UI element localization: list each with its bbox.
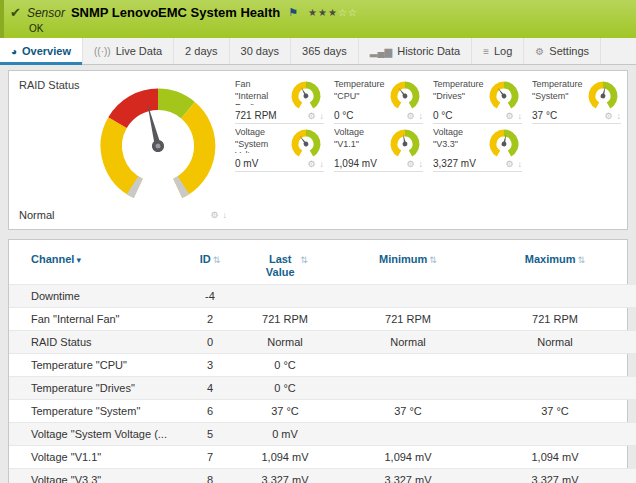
last-value-cell: 0 °C: [237, 354, 333, 377]
channel-gauge-tile[interactable]: Fan "Internal Fan" 721 RPM ⚙ ↓: [235, 79, 324, 127]
channel-gauge-value: 0 mV: [235, 158, 258, 169]
status-check-icon: ✔: [10, 5, 21, 20]
tab-settings[interactable]: ⚙ Settings: [524, 38, 601, 64]
historic-icon: ▂▄▆: [370, 46, 392, 57]
last-value-column-header[interactable]: Last Value⇅: [237, 248, 333, 285]
minimum-cell: [333, 377, 483, 400]
gear-mini-icon[interactable]: ⚙: [505, 111, 513, 121]
minimum-cell: 3,327 mV: [333, 469, 483, 483]
table-row[interactable]: Downtime -4 ⚙: [9, 285, 636, 308]
channel-id-cell: 7: [183, 446, 237, 469]
tab-live-data[interactable]: ((·)) Live Data: [83, 38, 174, 64]
table-row[interactable]: Voltage "V3.3" 8 3,327 mV 3,327 mV 3,327…: [9, 469, 636, 483]
arrow-down-mini-icon[interactable]: ↓: [320, 111, 325, 121]
gear-mini-icon[interactable]: ⚙: [307, 159, 315, 169]
channel-id-cell: 8: [183, 469, 237, 483]
tab-365-days[interactable]: 365 days: [291, 38, 359, 64]
channel-gauge: [288, 79, 324, 113]
channel-id-cell: 6: [183, 400, 237, 423]
sort-icon: ⇅: [429, 255, 437, 265]
channel-id-cell: 4: [183, 377, 237, 400]
tab-30-days[interactable]: 30 days: [230, 38, 292, 64]
row-settings-cell: ⚙: [627, 469, 636, 483]
channel-header-label: Channel: [31, 253, 74, 265]
arrow-down-mini-icon[interactable]: ↓: [518, 159, 523, 169]
row-settings-cell: ⚙: [627, 400, 636, 423]
channel-gauge: [486, 79, 522, 113]
arrow-down-mini-icon[interactable]: ↓: [617, 111, 622, 121]
arrow-down-mini-icon[interactable]: ↓: [419, 111, 424, 121]
gear-mini-icon[interactable]: ⚙: [406, 159, 414, 169]
arrow-down-mini-icon[interactable]: ↓: [223, 210, 228, 220]
row-settings-cell: ⚙: [627, 285, 636, 308]
tab-log[interactable]: ≡ Log: [472, 38, 524, 64]
last-value-header-label: Last Value: [262, 253, 298, 279]
channel-gauge: [387, 79, 423, 113]
gear-mini-icon[interactable]: ⚙: [505, 159, 513, 169]
last-value-cell: Normal: [237, 331, 333, 354]
flag-icon[interactable]: ⚑: [288, 6, 298, 19]
gear-mini-icon[interactable]: ⚙: [307, 111, 315, 121]
channel-name-cell: RAID Status: [9, 331, 183, 354]
tab-historic-data[interactable]: ▂▄▆ Historic Data: [359, 38, 472, 64]
maximum-cell: [483, 423, 627, 446]
tab-2-days[interactable]: 2 days: [174, 38, 229, 64]
gear-mini-icon[interactable]: ⚙: [406, 111, 414, 121]
raid-gauge: [93, 81, 223, 211]
tab-label: Live Data: [116, 45, 162, 57]
table-row[interactable]: Temperature "Drives" 4 0 °C ⚙: [9, 377, 636, 400]
channel-gauge-tile[interactable]: Temperature "System" 37 °C ⚙ ↓: [532, 79, 621, 127]
id-header-label: ID: [200, 253, 211, 265]
gear-mini-icon[interactable]: ⚙: [210, 210, 218, 220]
tab-bar: ◕ Overview ((·)) Live Data 2 days 30 day…: [0, 38, 636, 65]
table-row[interactable]: Fan "Internal Fan" 2 721 RPM 721 RPM 721…: [9, 308, 636, 331]
minimum-cell: [333, 423, 483, 446]
maximum-column-header[interactable]: Maximum⇅: [483, 248, 627, 285]
last-value-cell: 0 °C: [237, 377, 333, 400]
channel-gauge-tile[interactable]: Voltage "V1.1" 1,094 mV ⚙ ↓: [334, 127, 423, 175]
priority-stars[interactable]: ★★★☆☆: [308, 7, 358, 18]
channel-table-panel: Channel▾ ID⇅ Last Value⇅ Minimum⇅ Maximu…: [8, 239, 628, 483]
minimum-column-header[interactable]: Minimum⇅: [333, 248, 483, 285]
tab-label: Log: [494, 45, 512, 57]
sensor-header: ✔ Sensor SNMP LenovoEMC System Health ⚑ …: [0, 0, 636, 38]
table-row[interactable]: Voltage "System Voltage (... 5 0 mV ⚙: [9, 423, 636, 446]
channel-gauge-tile[interactable]: Temperature "Drives" 0 °C ⚙ ↓: [433, 79, 522, 127]
arrow-down-mini-icon[interactable]: ↓: [419, 159, 424, 169]
minimum-cell: 721 RPM: [333, 308, 483, 331]
last-value-cell: 721 RPM: [237, 308, 333, 331]
arrow-down-mini-icon[interactable]: ↓: [320, 159, 325, 169]
channel-gauge-tile[interactable]: Temperature "CPU" 0 °C ⚙ ↓: [334, 79, 423, 127]
channel-id-cell: 5: [183, 423, 237, 446]
row-settings-column-header: [627, 248, 636, 285]
table-row[interactable]: Voltage "V1.1" 7 1,094 mV 1,094 mV 1,094…: [9, 446, 636, 469]
gear-mini-icon[interactable]: ⚙: [604, 111, 612, 121]
channel-gauge-value: 721 RPM: [235, 110, 277, 121]
channel-gauge: [387, 127, 423, 161]
tab-overview[interactable]: ◕ Overview: [0, 38, 83, 64]
row-settings-cell: ⚙: [627, 377, 636, 400]
channel-name-cell: Downtime: [9, 285, 183, 308]
channel-gauge: [486, 127, 522, 161]
id-column-header[interactable]: ID⇅: [183, 248, 237, 285]
gauge-tiles: Fan "Internal Fan" 721 RPM ⚙ ↓ Temperatu…: [235, 79, 621, 175]
channel-table-header-row: Channel▾ ID⇅ Last Value⇅ Minimum⇅ Maximu…: [9, 248, 636, 285]
table-row[interactable]: Temperature "CPU" 3 0 °C ⚙: [9, 354, 636, 377]
maximum-cell: 721 RPM: [483, 308, 627, 331]
last-value-cell: 37 °C: [237, 400, 333, 423]
channel-table-body: Downtime -4 ⚙ Fan "Internal Fan" 2 721 R…: [9, 285, 636, 483]
arrow-down-mini-icon[interactable]: ↓: [518, 111, 523, 121]
channel-gauge-tile[interactable]: Voltage "System Voltage (12... 0 mV ⚙ ↓: [235, 127, 324, 175]
minimum-cell: 1,094 mV: [333, 446, 483, 469]
sort-desc-icon: ▾: [76, 255, 81, 265]
gauges-panel: RAID Status Normal ⚙ ↓ Fan "Internal Fan…: [8, 70, 628, 230]
maximum-cell: [483, 354, 627, 377]
minimum-cell: [333, 285, 483, 308]
table-row[interactable]: RAID Status 0 Normal Normal Normal ⚙: [9, 331, 636, 354]
channel-gauge-tile[interactable]: Voltage "V3.3" 3,327 mV ⚙ ↓: [433, 127, 522, 175]
channel-gauge-value: 37 °C: [532, 110, 557, 121]
channel-column-header[interactable]: Channel▾: [9, 248, 183, 285]
table-row[interactable]: Temperature "System" 6 37 °C 37 °C 37 °C…: [9, 400, 636, 423]
maximum-cell: 3,327 mV: [483, 469, 627, 483]
stars-filled: ★★★: [308, 7, 338, 18]
